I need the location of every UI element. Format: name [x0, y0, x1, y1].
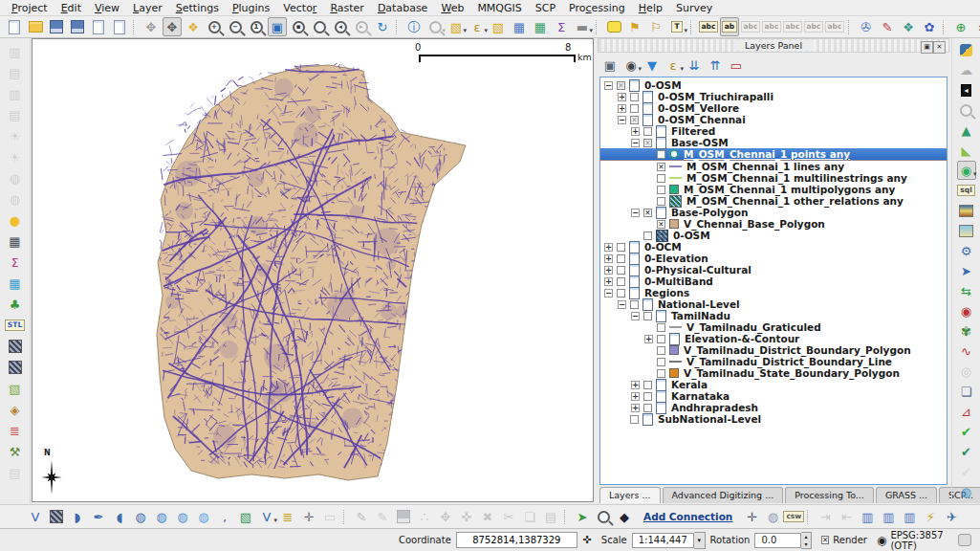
layer-visibility-checkbox[interactable]: ✕	[630, 116, 639, 124]
expand-icon[interactable]: +	[631, 127, 640, 136]
dock-table-2-icon[interactable]: ▥	[879, 507, 898, 526]
save-project-icon[interactable]	[47, 17, 66, 36]
layer-visibility-checkbox[interactable]	[617, 277, 625, 286]
zoom-last-icon[interactable]: ◂	[331, 17, 350, 36]
select-features-icon[interactable]: ▧	[446, 17, 466, 36]
new-project-icon[interactable]	[5, 17, 24, 36]
layer-stack-tool-icon[interactable]: ≣	[6, 421, 25, 440]
raster-histogram-icon[interactable]: ▥	[6, 42, 25, 61]
layer-row[interactable]: V_Tamilnadu_District_Boundary_Line	[600, 356, 947, 367]
layer-row[interactable]: −✕0-OSM_Chennai	[600, 114, 947, 125]
add-georaster-layer-icon[interactable]: ✛	[299, 507, 318, 526]
dock-table-1-icon[interactable]: ▥	[858, 507, 877, 526]
zoom-in-icon[interactable]: +	[205, 17, 224, 36]
blob-tool-icon[interactable]: ●	[6, 210, 25, 230]
menu-web[interactable]: Web	[434, 1, 470, 15]
collapse-icon[interactable]: −	[618, 300, 626, 309]
raster-stack-2-icon[interactable]: ▤	[6, 105, 25, 124]
metasearch-zoom-icon[interactable]	[594, 507, 613, 526]
globe-raster-1-icon[interactable]: ◍	[6, 168, 25, 187]
layer-visibility-checkbox[interactable]	[617, 243, 625, 252]
rotation-up-icon[interactable]: ▴	[801, 533, 811, 540]
layer-visibility-checkbox[interactable]	[630, 93, 639, 101]
menu-vector[interactable]: Vector	[276, 1, 323, 15]
arrow-blue-tool-icon[interactable]: ➤	[957, 261, 976, 280]
add-delimited-text-layer-icon[interactable]: ,	[215, 507, 234, 526]
layer-row[interactable]: −Regions	[600, 287, 947, 298]
check-tool-3-icon[interactable]: ✔	[957, 462, 976, 481]
lightning-tool-icon[interactable]: ⚡	[921, 507, 940, 526]
plugin-star-icon[interactable]: ✿	[920, 17, 939, 36]
layer-row[interactable]: M_OSM_Chennai_1 multilinestrings any	[600, 172, 947, 184]
label-pinned-icon[interactable]: ab	[720, 17, 739, 36]
layer-visibility-checkbox[interactable]	[657, 323, 665, 332]
layer-visibility-checkbox[interactable]	[643, 404, 652, 412]
check-tool-1-icon[interactable]: ✔	[957, 422, 976, 441]
map-canvas[interactable]: 0 8 km N	[32, 38, 594, 502]
layer-visibility-checkbox[interactable]	[630, 104, 639, 113]
gdal-tool-icon[interactable]: ◉	[957, 301, 976, 320]
layer-row[interactable]: V_Tamilnadu_Graticuled	[600, 321, 947, 333]
sun-raster-1-icon[interactable]: ☀	[6, 126, 25, 145]
menu-raster[interactable]: Raster	[323, 1, 370, 15]
layer-row[interactable]: +Andhrapradesh	[600, 402, 947, 413]
render-checkbox[interactable]: ✕	[821, 536, 829, 544]
toggle-editing-icon[interactable]: ✎	[373, 507, 392, 526]
csw-tool-icon[interactable]: csw	[784, 507, 803, 526]
layer-visibility-checkbox[interactable]: ✕	[657, 163, 665, 171]
map-tips-icon[interactable]	[604, 17, 623, 36]
layer-row[interactable]: −✕Base-Polygon	[600, 207, 947, 218]
leaf-tool-icon[interactable]: ♣	[6, 295, 25, 314]
collapse-all-icon[interactable]: ⇈	[706, 55, 725, 75]
menu-mmqgis[interactable]: MMQGIS	[470, 1, 528, 15]
gear-blue-tool-icon[interactable]: ⚙	[957, 241, 976, 260]
scale-combo[interactable]: 1:144,447	[632, 533, 694, 548]
rotation-spinbox[interactable]: 0.0	[754, 533, 801, 548]
add-connection-link[interactable]: Add Connection	[643, 511, 732, 522]
layer-visibility-checkbox[interactable]	[643, 392, 652, 401]
deselect-features-icon[interactable]: ▧	[489, 17, 508, 36]
layer-row[interactable]: ✕V_Chennai_Base_Polygon	[600, 218, 947, 230]
add-spatialite-layer-icon[interactable]: ✒	[89, 507, 108, 526]
save-edits-icon[interactable]	[394, 507, 413, 526]
layer-visibility-checkbox[interactable]	[630, 300, 639, 309]
grapes-tool-icon[interactable]: ✾	[957, 321, 976, 341]
offline-sync-icon[interactable]: ⇤	[837, 507, 856, 526]
new-bookmark-icon[interactable]: ⚑	[625, 17, 644, 36]
layer-visibility-checkbox[interactable]	[643, 231, 652, 240]
expand-icon[interactable]: +	[618, 93, 626, 101]
layer-row[interactable]: −✕0-OSM	[600, 79, 947, 91]
pin-tool-icon[interactable]: ✛	[742, 507, 761, 526]
menu-layer[interactable]: Layer	[126, 1, 169, 15]
layer-visibility-checkbox[interactable]: ✕	[643, 209, 652, 217]
cut-features-icon[interactable]: ✂	[499, 507, 518, 526]
layer-visibility-checkbox[interactable]	[657, 346, 665, 355]
zoom-next-icon[interactable]: ▸	[352, 17, 371, 36]
sun-raster-2-icon[interactable]: ☀	[6, 147, 25, 166]
measure-icon[interactable]: ▬	[573, 17, 592, 36]
collapse-icon[interactable]: −	[631, 209, 640, 217]
book-tool-icon[interactable]: ▤	[6, 463, 25, 482]
copy-pages-tool-icon[interactable]: ❏	[957, 382, 976, 401]
layer-visibility-checkbox[interactable]	[657, 174, 665, 183]
open-attribute-table-icon[interactable]: ▦	[510, 17, 529, 36]
menu-database[interactable]: Database	[371, 1, 435, 15]
crs-status-icon[interactable]: ◉	[877, 534, 886, 547]
hill-sun-tool-icon[interactable]: ◣	[957, 141, 976, 160]
presentation-tool-icon[interactable]: ◂	[957, 80, 976, 99]
add-oracle-layer-icon[interactable]: ◍	[131, 507, 150, 526]
layer-visibility-checkbox[interactable]	[617, 289, 625, 298]
touch-zoom-icon[interactable]: ✥	[142, 17, 161, 36]
layer-row[interactable]: +0-OCM	[600, 241, 947, 253]
layer-row[interactable]: 0-OSM	[600, 230, 947, 241]
raster-histogram-2-icon[interactable]: ▥	[6, 84, 25, 103]
add-raster-layer-icon[interactable]	[47, 507, 66, 526]
world-small-tool-icon[interactable]: ◍	[763, 507, 782, 526]
raster-stack-icon[interactable]: ▤	[6, 63, 25, 82]
compass-cone-tool-icon[interactable]: ◈	[6, 400, 25, 419]
menu-view[interactable]: View	[88, 1, 126, 15]
layer-visibility-checkbox[interactable]	[643, 381, 652, 389]
filter-expression-icon[interactable]: ε	[664, 55, 683, 75]
collapse-icon[interactable]: −	[631, 312, 640, 320]
layer-row[interactable]: SubNational-Level	[600, 413, 947, 425]
